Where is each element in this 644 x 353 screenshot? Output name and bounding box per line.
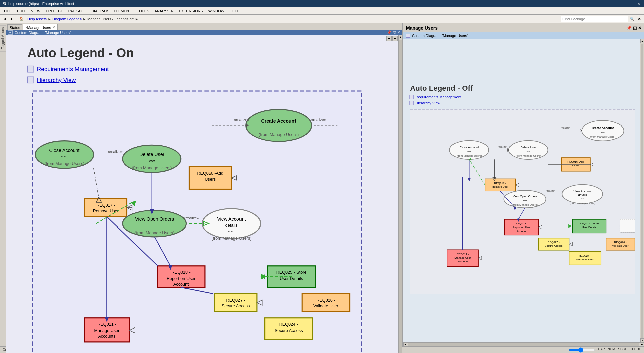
right-panel-pin-btn[interactable]: 📌 xyxy=(627,26,632,30)
nav-home[interactable]: 🏠 xyxy=(18,16,25,22)
svg-text:«realize»: «realize» xyxy=(546,190,556,192)
svg-text:Delete User: Delete User xyxy=(520,146,536,149)
breadcrumb-1[interactable]: Help Assets xyxy=(27,17,47,21)
svg-rect-114 xyxy=(409,95,413,99)
svg-text:Close Account: Close Account xyxy=(460,146,479,149)
panel-pin-btn[interactable]: 📌 xyxy=(387,30,391,35)
zoom-range[interactable] xyxy=(569,347,595,353)
right-scroll-thumb-v[interactable] xyxy=(641,44,643,338)
svg-rect-180 xyxy=(606,238,635,250)
svg-text:∞∞: ∞∞ xyxy=(523,199,527,202)
right-scroll-thumb-h[interactable] xyxy=(408,343,639,346)
right-panel-icon xyxy=(406,34,410,38)
title-bar: 🏗 help source (https) - Enterprise Archi… xyxy=(0,0,644,7)
menu-diagram[interactable]: DIAGRAM xyxy=(89,8,111,14)
zoom-slider[interactable] xyxy=(569,347,595,353)
menu-file[interactable]: FILE xyxy=(1,8,14,14)
right-panel-close-btn[interactable]: ✕ xyxy=(638,26,641,30)
menu-help[interactable]: HELP xyxy=(227,8,242,14)
svg-text:details: details xyxy=(578,193,587,197)
svg-text:REQ025 - Store: REQ025 - Store xyxy=(580,222,599,225)
svg-text:Hierarchy View: Hierarchy View xyxy=(415,101,440,105)
menu-extensions[interactable]: EXTENSIONS xyxy=(176,8,206,14)
panel-float-btn[interactable]: ◱ xyxy=(393,30,396,35)
breadcrumb: Help Assets ► Diagram Legends ► Manage U… xyxy=(27,17,139,21)
right-scrollbar-v[interactable]: ▲ ▼ xyxy=(640,39,644,342)
manage-users-tab[interactable]: *Manage Users ✕ xyxy=(23,24,58,30)
right-panel-float-btn[interactable]: ◱ xyxy=(633,26,637,30)
menu-package[interactable]: PACKAGE xyxy=(66,8,89,14)
svg-text:(from Manage Users): (from Manage Users) xyxy=(132,166,172,170)
svg-text:«realize»: «realize» xyxy=(234,118,249,122)
svg-text:REQ026 -: REQ026 - xyxy=(316,298,335,303)
scroll-thumb-v[interactable] xyxy=(399,40,402,353)
svg-text:Create Account: Create Account xyxy=(261,118,296,124)
svg-text:«realize»: «realize» xyxy=(108,150,123,154)
manage-users-tab-close[interactable]: ✕ xyxy=(52,25,55,30)
right-scroll-right-btn[interactable]: ► xyxy=(640,343,644,346)
scroll-up-btn[interactable]: ▲ xyxy=(399,35,402,39)
svg-text:Validate User: Validate User xyxy=(612,244,629,247)
toolbar-sep-1 xyxy=(17,16,17,22)
svg-text:«realize»: «realize» xyxy=(184,216,199,220)
svg-text:(from Manage Users): (from Manage Users) xyxy=(211,236,251,241)
status-tab[interactable]: Status xyxy=(7,24,22,30)
forward-btn[interactable]: ► xyxy=(9,16,15,22)
find-package-area: 🔍 ✖ xyxy=(561,16,643,22)
svg-text:Manage User: Manage User xyxy=(94,328,120,333)
menu-tools[interactable]: TOOLS xyxy=(134,8,152,14)
status-right: CAP NUM SCRL CLOUD xyxy=(569,347,641,353)
scroll-right-btn[interactable]: ► xyxy=(392,36,398,41)
right-diagram-with-scroll: Auto Legend - Off Requirements Managemen… xyxy=(403,39,644,342)
svg-text:(from Manage Users): (from Manage Users) xyxy=(457,154,482,157)
find-package-input[interactable] xyxy=(561,16,628,22)
svg-text:«realize»: «realize» xyxy=(311,118,326,122)
close-btn[interactable]: × xyxy=(637,2,641,6)
minimize-btn[interactable]: − xyxy=(624,2,629,6)
svg-text:Secure Access: Secure Access xyxy=(545,244,562,247)
scroll-left-btn[interactable]: ◄ xyxy=(386,36,392,41)
svg-text:REQ017 -: REQ017 - xyxy=(494,182,506,185)
scrl-indicator: SCRL xyxy=(618,347,627,353)
menu-element[interactable]: ELEMENT xyxy=(111,8,134,14)
menu-window[interactable]: WINDOW xyxy=(206,8,227,14)
sidebar-tab-tagged-values[interactable]: Tagged Values xyxy=(0,25,6,51)
panel-close-btn[interactable]: ✕ xyxy=(397,30,400,35)
svg-text:REQ016 -Add: REQ016 -Add xyxy=(567,160,584,163)
svg-text:REQ025 - Store: REQ025 - Store xyxy=(276,270,307,275)
right-scrollbar-h[interactable]: ◄ ► xyxy=(403,342,644,346)
menu-analyzer[interactable]: ANALYZER xyxy=(152,8,176,14)
svg-text:∞∞: ∞∞ xyxy=(152,223,158,228)
maximize-btn[interactable]: □ xyxy=(630,2,635,6)
svg-text:Create Account: Create Account xyxy=(592,126,614,130)
right-scroll-down-btn[interactable]: ▼ xyxy=(640,338,644,342)
right-panel-btns: 📌 ◱ ✕ xyxy=(627,26,641,30)
right-scroll-up-btn[interactable]: ▲ xyxy=(640,39,644,43)
menu-view[interactable]: VIEW xyxy=(28,8,43,14)
left-scrollbar-v[interactable]: ▲ ▼ xyxy=(398,35,402,353)
right-scroll-left-btn[interactable]: ◄ xyxy=(403,343,407,346)
manage-users-tab-label: *Manage Users xyxy=(25,26,51,30)
svg-text:∞∞: ∞∞ xyxy=(61,154,67,159)
svg-text:(from Manage Users): (from Manage Users) xyxy=(259,132,299,137)
back-btn[interactable]: ◄ xyxy=(1,16,8,22)
svg-text:Accounts: Accounts xyxy=(457,260,468,263)
svg-text:Secure Access: Secure Access xyxy=(275,328,303,333)
svg-text:REQ018 -: REQ018 - xyxy=(172,270,191,275)
svg-text:View Account: View Account xyxy=(573,190,592,193)
svg-text:(from Manage Users): (from Manage Users) xyxy=(570,202,595,205)
menu-edit[interactable]: EDIT xyxy=(14,8,28,14)
breadcrumb-2[interactable]: Diagram Legends xyxy=(52,17,82,21)
breadcrumb-3: Manage Users - Legends off xyxy=(87,17,134,21)
find-package-clear[interactable]: ✖ xyxy=(636,16,643,22)
find-package-btn[interactable]: 🔍 xyxy=(629,16,635,22)
svg-text:User Details: User Details xyxy=(582,226,597,229)
app-icon: 🏗 xyxy=(3,2,6,6)
svg-text:(from Manage Users): (from Manage Users) xyxy=(135,231,174,235)
svg-text:View Open Orders: View Open Orders xyxy=(135,216,174,222)
left-panel-header: ≡ Custom Diagram: "Manage Users" 📌 ◱ ✕ xyxy=(6,30,402,35)
title-bar-right[interactable]: − □ × xyxy=(624,2,641,6)
svg-text:Report on User: Report on User xyxy=(167,276,196,281)
panel-expand-btn[interactable]: ≡ xyxy=(8,30,13,35)
menu-project[interactable]: PROJECT xyxy=(43,8,65,14)
